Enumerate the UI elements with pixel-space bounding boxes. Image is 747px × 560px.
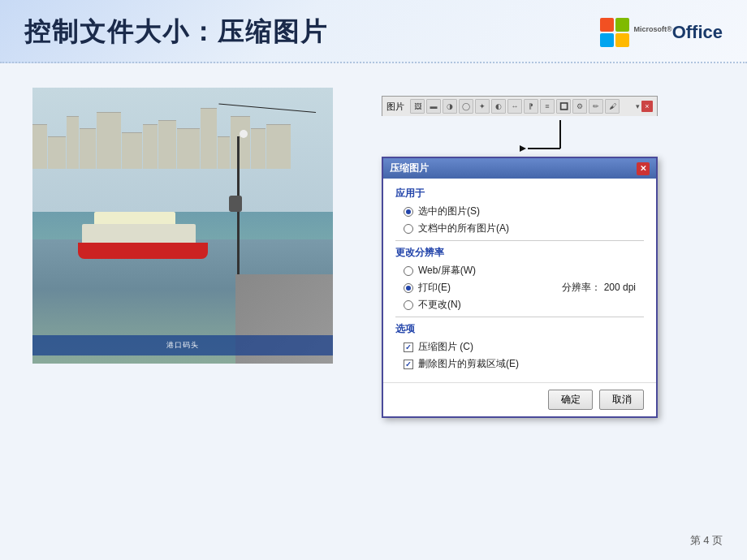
building bbox=[218, 136, 230, 169]
radio-all-row: 文档中的所有图片(A) bbox=[395, 222, 644, 235]
radio-nochange[interactable] bbox=[404, 300, 413, 310]
dialog-title: 压缩图片 bbox=[390, 162, 429, 175]
radio-nochange-label: 不更改(N) bbox=[418, 298, 461, 312]
chk-compress-row: 压缩图片 (C) bbox=[395, 340, 644, 354]
chk-compress[interactable] bbox=[404, 342, 413, 352]
dialog-footer: 确定 取消 bbox=[383, 382, 656, 416]
toolbar-icon-8[interactable]: ⁋ bbox=[524, 99, 538, 114]
banner-text: 港口码头 bbox=[166, 340, 199, 351]
building bbox=[266, 124, 291, 169]
logo-sq1 bbox=[600, 18, 614, 32]
radio-web[interactable] bbox=[404, 266, 413, 276]
chk-delete[interactable] bbox=[404, 360, 413, 369]
toolbar-icon-10[interactable]: 🔲 bbox=[556, 99, 571, 114]
radio-print-label: 打印(E) bbox=[418, 281, 451, 295]
radio-all-label: 文档中的所有图片(A) bbox=[418, 222, 509, 235]
ship-deck bbox=[82, 224, 196, 244]
toolbar-close-button[interactable]: × bbox=[641, 101, 653, 112]
toolbar-pin-btn[interactable]: ▾ bbox=[636, 102, 640, 110]
section-divider-2 bbox=[395, 317, 644, 317]
toolbar-icon-11[interactable]: ⚙ bbox=[572, 99, 587, 114]
building bbox=[32, 124, 47, 169]
ship-hull bbox=[78, 243, 208, 259]
building bbox=[177, 128, 200, 169]
chk-delete-row: 删除图片的剪裁区域(E) bbox=[395, 357, 644, 371]
radio-nochange-row: 不更改(N) bbox=[395, 298, 644, 312]
building bbox=[231, 116, 250, 169]
dpi-label: 分辨率： 200 dpi bbox=[562, 281, 636, 295]
building bbox=[48, 136, 66, 169]
toolbar-icon-9[interactable]: ≡ bbox=[540, 99, 555, 114]
page-title: 控制文件大小：压缩图片 bbox=[24, 15, 328, 50]
dialog-title-bar: 压缩图片 ✕ bbox=[383, 158, 656, 179]
building bbox=[158, 120, 176, 169]
toolbar-right: ▾ × bbox=[636, 101, 653, 112]
main-content: 港口码头 图片 🖼 ▬ ◑ ◯ ✦ ◐ ↔ ⁋ ≡ 🔲 ⚙ ✏ 🖌 bbox=[0, 63, 747, 442]
toolbar-icon-5[interactable]: ✦ bbox=[475, 99, 490, 114]
image-toolbar: 图片 🖼 ▬ ◑ ◯ ✦ ◐ ↔ ⁋ ≡ 🔲 ⚙ ✏ 🖌 ▾ × bbox=[382, 96, 658, 116]
climber-figure bbox=[229, 196, 242, 212]
building bbox=[143, 124, 158, 169]
radio-print-row: 打印(E) 分辨率： 200 dpi bbox=[395, 281, 644, 295]
apply-section-label: 应用于 bbox=[395, 187, 644, 200]
climber-head bbox=[240, 130, 248, 138]
dialog-body: 应用于 选中的图片(S) 文档中的所有图片(A) 更改分辨率 Web/屏幕(W) bbox=[383, 179, 656, 382]
banner: 港口码头 bbox=[32, 335, 333, 355]
radio-print[interactable] bbox=[404, 283, 413, 293]
resolution-section-label: 更改分辨率 bbox=[395, 246, 644, 260]
radio-web-row: Web/屏幕(W) bbox=[395, 264, 644, 278]
cancel-button[interactable]: 取消 bbox=[599, 390, 644, 410]
radio-all[interactable] bbox=[404, 224, 413, 234]
logo-sq2 bbox=[615, 18, 629, 32]
radio-selected-label: 选中的图片(S) bbox=[418, 205, 480, 218]
office-logo: Microsoft®Office bbox=[600, 18, 723, 47]
building bbox=[201, 108, 217, 169]
chk-delete-label: 删除图片的剪裁区域(E) bbox=[418, 357, 519, 371]
toolbar-icon-6[interactable]: ◐ bbox=[491, 99, 506, 114]
toolbar-icon-1[interactable]: 🖼 bbox=[410, 99, 425, 114]
logo-sq4 bbox=[615, 33, 629, 47]
right-panel: 图片 🖼 ▬ ◑ ◯ ✦ ◐ ↔ ⁋ ≡ 🔲 ⚙ ✏ 🖌 ▾ × bbox=[365, 88, 715, 418]
toolbar-icon-2[interactable]: ▬ bbox=[426, 99, 441, 114]
harbor-photo: 港口码头 bbox=[32, 88, 333, 364]
office-text: Microsoft®Office bbox=[634, 22, 723, 43]
arrow-svg bbox=[382, 116, 658, 157]
buildings bbox=[32, 104, 333, 169]
section-divider-1 bbox=[395, 240, 644, 241]
building bbox=[80, 128, 96, 169]
header: 控制文件大小：压缩图片 Microsoft®Office bbox=[0, 0, 747, 63]
toolbar-icons: 🖼 ▬ ◑ ◯ ✦ ◐ ↔ ⁋ ≡ 🔲 ⚙ ✏ 🖌 bbox=[410, 99, 633, 114]
building bbox=[97, 112, 121, 169]
toolbar-icon-7[interactable]: ↔ bbox=[507, 99, 522, 114]
building bbox=[122, 132, 142, 169]
page-number: 第 4 页 bbox=[690, 533, 723, 548]
toolbar-title: 图片 bbox=[386, 101, 404, 113]
ok-button[interactable]: 确定 bbox=[548, 390, 593, 410]
ship bbox=[78, 214, 208, 259]
toolbar-icon-3[interactable]: ◑ bbox=[443, 99, 457, 114]
chk-compress-label: 压缩图片 (C) bbox=[418, 340, 473, 354]
logo-sq3 bbox=[600, 33, 614, 47]
toolbar-icon-12[interactable]: ✏ bbox=[589, 99, 603, 114]
radio-selected-row: 选中的图片(S) bbox=[395, 205, 644, 218]
photo-inner: 港口码头 bbox=[32, 88, 333, 364]
radio-selected[interactable] bbox=[404, 207, 413, 217]
office-logo-grid bbox=[600, 18, 629, 47]
radio-web-label: Web/屏幕(W) bbox=[418, 264, 476, 278]
building bbox=[251, 128, 266, 169]
svg-marker-2 bbox=[520, 145, 526, 152]
toolbar-icon-13[interactable]: 🖌 bbox=[605, 99, 620, 114]
compress-dialog: 压缩图片 ✕ 应用于 选中的图片(S) 文档中的所有图片(A) 更改分辨率 bbox=[382, 157, 658, 418]
ms-label: Microsoft® bbox=[634, 25, 672, 33]
building bbox=[67, 116, 79, 169]
toolbar-icon-4[interactable]: ◯ bbox=[459, 99, 473, 114]
dialog-close-button[interactable]: ✕ bbox=[637, 162, 650, 175]
options-section-label: 选项 bbox=[395, 322, 644, 336]
arrow-area bbox=[382, 116, 658, 157]
